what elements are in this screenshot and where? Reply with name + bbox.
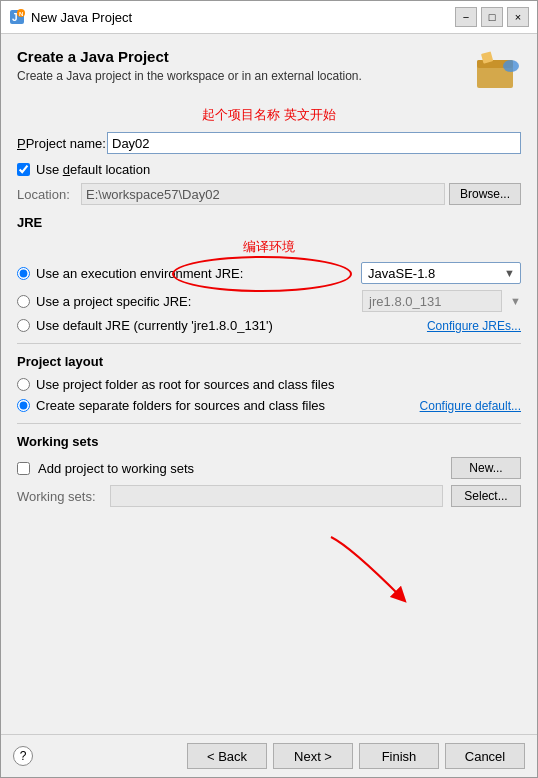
layout-option2-radio[interactable] [17, 399, 30, 412]
title-bar: J N New Java Project − □ × [1, 1, 537, 34]
project-name-row: PProject name: [17, 132, 521, 154]
layout-option1-row: Use project folder as root for sources a… [17, 377, 521, 392]
browse-button[interactable]: Browse... [449, 183, 521, 205]
jre-annotation: 编译环境 [17, 238, 521, 256]
jre-option2-row: Use a project specific JRE: jre1.8.0_131… [17, 290, 521, 312]
title-bar-controls: − □ × [455, 7, 529, 27]
project-name-input[interactable] [107, 132, 521, 154]
maximize-button[interactable]: □ [481, 7, 503, 27]
svg-text:J: J [12, 12, 18, 23]
page-header: Create a Java Project Create a Java proj… [17, 48, 521, 96]
jre-option3-row: Use default JRE (currently 'jre1.8.0_131… [17, 318, 521, 333]
layout-option2-label: Create separate folders for sources and … [36, 398, 414, 413]
bottom-bar: ? < Back Next > Finish Cancel [1, 734, 537, 777]
layout-option2-row: Create separate folders for sources and … [17, 398, 521, 413]
jre-section-header: JRE [17, 215, 521, 230]
add-to-working-sets-checkbox[interactable] [17, 462, 30, 475]
main-window: J N New Java Project − □ × Create a Java… [0, 0, 538, 778]
project-name-annotation: 起个项目名称 英文开始 [17, 106, 521, 124]
layout-option1-radio[interactable] [17, 378, 30, 391]
project-name-label: PProject name: [17, 136, 107, 151]
project-layout-header: Project layout [17, 354, 521, 369]
help-button[interactable]: ? [13, 746, 33, 766]
location-label: Location: [17, 187, 77, 202]
jre-option3-radio[interactable] [17, 319, 30, 332]
use-default-location-checkbox[interactable] [17, 163, 30, 176]
jre-section: Use an execution environment JRE: JavaSE… [17, 262, 521, 333]
svg-point-7 [503, 60, 519, 72]
working-sets-label: Working sets: [17, 489, 102, 504]
arrow-svg [321, 527, 441, 607]
cancel-button[interactable]: Cancel [445, 743, 525, 769]
jre-option3-label: Use default JRE (currently 'jre1.8.0_131… [36, 318, 421, 333]
working-sets-section: Working sets Add project to working sets… [17, 434, 521, 507]
arrow-annotation-area [17, 527, 521, 607]
window-title: New Java Project [31, 10, 449, 25]
jre-specific-display: jre1.8.0_131 [362, 290, 502, 312]
jre-option1-radio[interactable] [17, 267, 30, 280]
finish-button[interactable]: Finish [359, 743, 439, 769]
select-working-set-button[interactable]: Select... [451, 485, 521, 507]
jre-environment-select[interactable]: JavaSE-1.8 [361, 262, 521, 284]
project-layout-section: Project layout Use project folder as roo… [17, 354, 521, 413]
jre-option1-label: Use an execution environment JRE: [36, 266, 355, 281]
divider2 [17, 423, 521, 424]
configure-jres-link[interactable]: Configure JREs... [427, 319, 521, 333]
svg-text:N: N [19, 11, 23, 17]
working-sets-field [110, 485, 443, 507]
configure-default-link[interactable]: Configure default... [420, 399, 521, 413]
working-sets-input-row: Working sets: Select... [17, 485, 521, 507]
jre-option2-label: Use a project specific JRE: [36, 294, 356, 309]
jre-option1-row: Use an execution environment JRE: JavaSE… [17, 262, 521, 284]
page-title: Create a Java Project [17, 48, 463, 65]
divider1 [17, 343, 521, 344]
next-button[interactable]: Next > [273, 743, 353, 769]
working-sets-header: Working sets [17, 434, 521, 449]
window-icon: J N [9, 9, 25, 25]
close-button[interactable]: × [507, 7, 529, 27]
new-working-set-button[interactable]: New... [451, 457, 521, 479]
layout-option1-label: Use project folder as root for sources a… [36, 377, 521, 392]
add-to-working-sets-label: Add project to working sets [38, 461, 194, 476]
use-default-location-row: Use default location [17, 162, 521, 177]
location-row: Location: Browse... [17, 183, 521, 205]
jre-select-wrapper: JavaSE-1.8 ▼ [361, 262, 521, 284]
working-sets-add-row: Add project to working sets New... [17, 457, 521, 479]
jre-specific-arrow: ▼ [510, 295, 521, 307]
dialog-content: Create a Java Project Create a Java proj… [1, 34, 537, 734]
minimize-button[interactable]: − [455, 7, 477, 27]
jre-option2-radio[interactable] [17, 295, 30, 308]
header-icon [473, 48, 521, 96]
use-default-location-label: Use default location [36, 162, 150, 177]
header-text-area: Create a Java Project Create a Java proj… [17, 48, 463, 83]
location-input[interactable] [81, 183, 445, 205]
page-subtitle: Create a Java project in the workspace o… [17, 69, 463, 83]
back-button[interactable]: < Back [187, 743, 267, 769]
